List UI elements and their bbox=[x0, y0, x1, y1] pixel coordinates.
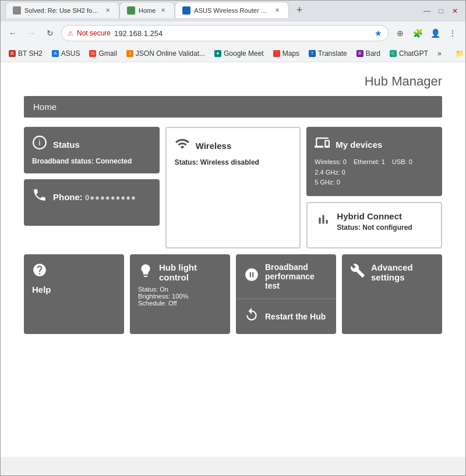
status-tile[interactable]: i Status Broadband status: Connected bbox=[24, 127, 160, 173]
tab-home[interactable]: Home ✕ bbox=[119, 2, 175, 18]
status-tile-header: i Status bbox=[32, 135, 151, 154]
new-tab-button[interactable]: + bbox=[291, 2, 308, 18]
phone-tile[interactable]: Phone: 0●●●●●●●●● bbox=[24, 179, 160, 226]
extension-icon[interactable]: 🧩 bbox=[409, 25, 426, 41]
hub-light-icon bbox=[138, 263, 153, 282]
toolbar-right: ⊕ 🧩 👤 ⋮ bbox=[392, 25, 461, 41]
bookmark-chatgpt-label: ChatGPT bbox=[399, 49, 428, 58]
page-content: Hub Manager Home i Status Broadband stat… bbox=[1, 62, 465, 457]
wireless-status-label: Status: bbox=[175, 158, 199, 166]
bookmark-gmail[interactable]: G Gmail bbox=[86, 48, 120, 59]
hybrid-connect-tile[interactable]: Hybrid Connect Status: Not configured bbox=[306, 202, 442, 248]
tab3-close[interactable]: ✕ bbox=[273, 6, 281, 15]
wifi5-label: 5 GHz: bbox=[315, 179, 334, 186]
bookmarks-more-button[interactable]: » bbox=[434, 48, 445, 59]
wireless-devices-value: 0 bbox=[343, 158, 347, 165]
bookmarks-more-label: » bbox=[437, 49, 442, 58]
forward-button[interactable]: → bbox=[24, 26, 39, 41]
advanced-settings-icon bbox=[350, 263, 365, 282]
restart-icon bbox=[244, 307, 259, 326]
hub-light-tile[interactable]: Hub light control Status: On Brightness:… bbox=[130, 254, 230, 334]
bookmark-json-favicon: J bbox=[126, 50, 133, 57]
bookmark-asus-label: ASUS bbox=[61, 49, 80, 58]
tab3-title: ASUS Wireless Router DSL-AX5... bbox=[194, 7, 270, 14]
advanced-settings-header: Advanced settings bbox=[350, 262, 434, 282]
tab-solved[interactable]: Solved: Re: Use SH2 for digital... ✕ bbox=[5, 2, 119, 18]
bookmark-meet-favicon: ● bbox=[214, 50, 221, 57]
minimize-button[interactable]: — bbox=[421, 5, 433, 17]
advanced-settings-tile[interactable]: Advanced settings bbox=[342, 254, 442, 334]
wireless-tile[interactable]: Wireless Status: Wireless disabled bbox=[165, 127, 301, 248]
bookmark-bard[interactable]: B Bard bbox=[353, 48, 384, 59]
bookmark-translate[interactable]: T Translate bbox=[305, 48, 351, 59]
bookmark-translate-label: Translate bbox=[318, 49, 347, 58]
broadband-test-tile[interactable]: Broadband performance test bbox=[236, 254, 336, 299]
bookmarks-bar: B BT SH2 A ASUS G Gmail J JSON Online Va… bbox=[1, 45, 465, 62]
my-devices-tile[interactable]: My devices Wireless: 0 Ethernet: 1 USB: … bbox=[306, 127, 442, 196]
bookmark-all-button[interactable]: 📁 All Bookmarks bbox=[452, 48, 466, 59]
home-header: Home bbox=[24, 96, 442, 118]
restart-tile[interactable]: Restart the Hub bbox=[236, 299, 336, 334]
wireless-tile-header: Wireless bbox=[175, 136, 292, 155]
top-grid: i Status Broadband status: Connected Pho… bbox=[24, 127, 442, 248]
devices-icon bbox=[315, 135, 330, 154]
status-tile-status: Broadband status: Connected bbox=[32, 157, 151, 165]
bookmark-bt-sh2[interactable]: B BT SH2 bbox=[5, 48, 46, 59]
wireless-tile-title: Wireless bbox=[196, 141, 232, 151]
tab2-close[interactable]: ✕ bbox=[159, 6, 167, 15]
my-devices-info: Wireless: 0 Ethernet: 1 USB: 0 2.4 GHz: … bbox=[315, 157, 434, 188]
status-icon: i bbox=[32, 135, 47, 154]
usb-devices-label: USB: bbox=[392, 158, 407, 165]
bookmark-json-label: JSON Online Validat... bbox=[136, 49, 205, 58]
status-label: Broadband status: bbox=[32, 157, 94, 165]
title-bar: Solved: Re: Use SH2 for digital... ✕ Hom… bbox=[1, 1, 465, 22]
tab1-favicon bbox=[13, 6, 21, 15]
bookmark-bard-label: Bard bbox=[366, 49, 380, 58]
menu-icon[interactable]: ⋮ bbox=[444, 25, 461, 41]
phone-number: 0●●●●●●●●● bbox=[85, 193, 136, 202]
bookmark-gmail-favicon: G bbox=[89, 50, 96, 57]
page-title: Hub Manager bbox=[24, 74, 442, 89]
bookmark-meet[interactable]: ● Google Meet bbox=[211, 48, 267, 59]
phone-tile-header: Phone: 0●●●●●●●●● bbox=[32, 187, 151, 206]
bookmark-asus[interactable]: A ASUS bbox=[48, 48, 84, 59]
bookmark-star-icon[interactable]: ★ bbox=[375, 29, 382, 38]
maximize-button[interactable]: □ bbox=[435, 5, 447, 17]
bookmark-folder-icon: 📁 bbox=[456, 49, 464, 58]
bookmark-meet-label: Google Meet bbox=[224, 49, 264, 58]
bookmark-maps-favicon: 📍 bbox=[273, 50, 280, 57]
hybrid-connect-icon bbox=[316, 212, 331, 230]
tab3-favicon bbox=[182, 6, 190, 15]
profile-icon[interactable]: 👤 bbox=[427, 25, 443, 41]
bookmark-json[interactable]: J JSON Online Validat... bbox=[123, 48, 209, 59]
hub-light-status: Status: On Brightness: 100% Schedule: Of… bbox=[138, 286, 222, 307]
hybrid-connect-status: Status: Not configured bbox=[337, 223, 412, 232]
back-button[interactable]: ← bbox=[5, 26, 20, 41]
help-tile[interactable]: Help bbox=[24, 254, 124, 334]
wifi5-value: 0 bbox=[337, 179, 340, 186]
wifi24-label: 2.4 GHz: bbox=[315, 169, 340, 176]
phone-tile-label: Phone: 0●●●●●●●●● bbox=[53, 192, 136, 202]
address-bar: ← → ↻ ⚠ Not secure 192.168.1.254 ★ ⊕ 🧩 👤… bbox=[1, 22, 465, 45]
ethernet-devices-label: Ethernet: bbox=[354, 158, 380, 165]
tab2-title: Home bbox=[139, 7, 156, 14]
bookmark-maps[interactable]: 📍 Maps bbox=[270, 48, 303, 59]
help-icon bbox=[32, 262, 47, 281]
home-label: Home bbox=[33, 102, 57, 112]
bookmark-chatgpt[interactable]: C ChatGPT bbox=[386, 48, 432, 59]
close-button[interactable]: ✕ bbox=[449, 5, 461, 17]
refresh-button[interactable]: ↻ bbox=[43, 26, 58, 41]
security-icon: ⚠ bbox=[68, 30, 73, 37]
hybrid-connect-text: Hybrid Connect Status: Not configured bbox=[337, 211, 412, 232]
wifi24-value: 0 bbox=[342, 169, 345, 176]
url-bar[interactable]: ⚠ Not secure 192.168.1.254 ★ bbox=[61, 25, 389, 41]
tab1-close[interactable]: ✕ bbox=[104, 6, 112, 15]
tab1-title: Solved: Re: Use SH2 for digital... bbox=[24, 7, 100, 14]
profile-lens-icon[interactable]: ⊕ bbox=[392, 25, 408, 41]
bookmark-asus-favicon: A bbox=[52, 50, 59, 57]
usb-devices-value: 0 bbox=[409, 158, 412, 165]
advanced-settings-title: Advanced settings bbox=[371, 262, 434, 282]
tab-asus[interactable]: ASUS Wireless Router DSL-AX5... ✕ bbox=[175, 2, 289, 18]
hybrid-connect-header: Hybrid Connect Status: Not configured bbox=[316, 211, 433, 232]
phone-icon bbox=[32, 187, 47, 206]
